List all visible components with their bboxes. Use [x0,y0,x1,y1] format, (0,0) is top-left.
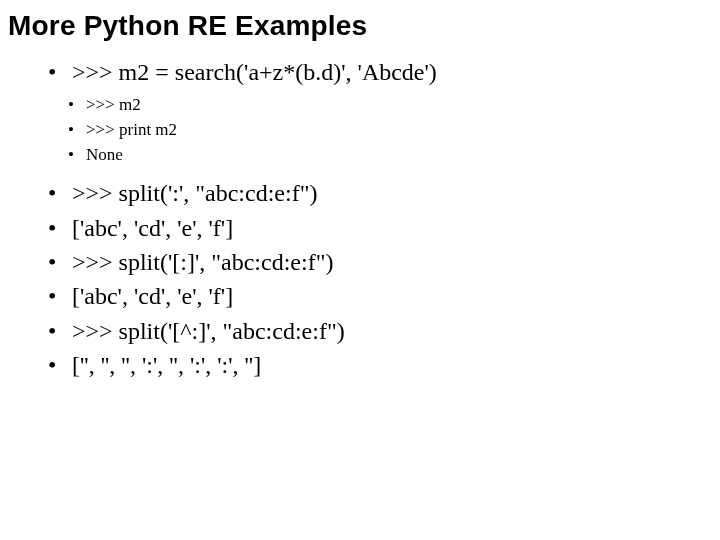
list-item: >>> split('[^:]', "abc:cd:e:f") [48,315,700,347]
list-item: ['abc', 'cd', 'e', 'f'] [48,212,700,244]
bullet-list-level1: >>> m2 = search('a+z*(b.d)', 'Abcde') [48,56,700,88]
list-item: None [68,144,700,167]
list-item: ['', '', '', ':', '', ':', ':', ''] [48,349,700,381]
bullet-list-level1: >>> split(':', "abc:cd:e:f") ['abc', 'cd… [48,177,700,381]
list-item: >>> m2 [68,94,700,117]
list-item: ['abc', 'cd', 'e', 'f'] [48,280,700,312]
list-item: >>> print m2 [68,119,700,142]
list-item: >>> split(':', "abc:cd:e:f") [48,177,700,209]
slide: More Python RE Examples >>> m2 = search(… [0,0,720,540]
list-item: >>> split('[:]', "abc:cd:e:f") [48,246,700,278]
slide-title: More Python RE Examples [8,10,700,42]
list-item: >>> m2 = search('a+z*(b.d)', 'Abcde') [48,56,700,88]
bullet-list-level2: >>> m2 >>> print m2 None [68,94,700,167]
